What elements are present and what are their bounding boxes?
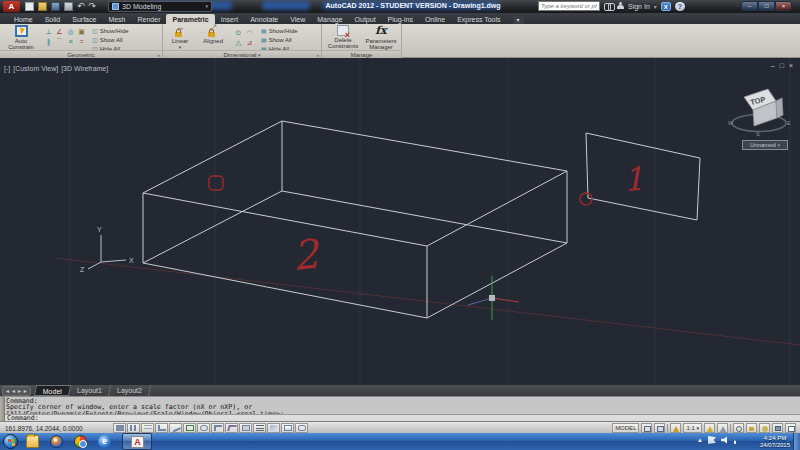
- annotation-scale-icon[interactable]: [670, 423, 681, 433]
- tab-layout1[interactable]: Layout1: [69, 385, 111, 396]
- volume-icon[interactable]: [721, 436, 729, 444]
- compass-south-label[interactable]: S: [756, 131, 760, 137]
- tab-parametric[interactable]: Parametric: [166, 14, 214, 24]
- tab-manage[interactable]: Manage: [311, 14, 348, 24]
- polar-tracking-toggle[interactable]: [169, 423, 182, 433]
- viewcube[interactable]: TOP W S E: [726, 78, 792, 140]
- auto-constrain-button[interactable]: Auto Constrain: [2, 25, 40, 50]
- doc-close-icon[interactable]: ×: [789, 62, 793, 69]
- tangent-constraint-icon[interactable]: ⌒: [54, 37, 65, 47]
- quick-properties-toggle[interactable]: [281, 423, 294, 433]
- maximize-button[interactable]: □: [758, 1, 775, 11]
- clean-screen-icon[interactable]: [785, 423, 796, 433]
- drawing-area[interactable]: [-] [Custom View] [3D Wireframe] – □ × T…: [0, 58, 800, 385]
- search-icon[interactable]: [604, 2, 613, 10]
- tab-view[interactable]: View: [284, 14, 311, 24]
- prev-tab-icon[interactable]: ◄: [11, 387, 16, 395]
- lineweight-toggle[interactable]: [253, 423, 266, 433]
- tab-mesh[interactable]: Mesh: [102, 14, 131, 24]
- viewcube-coordinate-system-button[interactable]: Unnamed ▾: [742, 140, 788, 150]
- plane-number-label[interactable]: 1: [622, 160, 645, 199]
- concentric-constraint-icon[interactable]: ◎: [65, 27, 76, 37]
- ribbon-options-icon[interactable]: ▾: [513, 14, 524, 24]
- help-icon[interactable]: ?: [675, 2, 685, 11]
- infer-constraints-toggle[interactable]: [113, 423, 126, 433]
- minimize-button[interactable]: –: [741, 1, 758, 11]
- close-button[interactable]: ×: [775, 1, 792, 11]
- perpendicular-constraint-icon[interactable]: ⊥: [43, 27, 54, 37]
- angular-dimension-icon[interactable]: △: [233, 38, 244, 48]
- toolbar-lock-icon[interactable]: [746, 423, 757, 433]
- doc-minimize-icon[interactable]: –: [771, 62, 775, 69]
- object-snap-toggle[interactable]: [183, 423, 196, 433]
- panel-label-dimensional[interactable]: Dimensional ▾ »: [163, 50, 321, 58]
- command-window[interactable]: Command: Specify corner of window, enter…: [0, 396, 800, 421]
- grid-display-toggle[interactable]: [141, 423, 154, 433]
- quick-view-layouts-icon[interactable]: [641, 423, 652, 433]
- tab-surface[interactable]: Surface: [66, 14, 102, 24]
- red-circle-marker[interactable]: [580, 193, 592, 205]
- chrome-icon[interactable]: [74, 435, 87, 448]
- viewport-menu-control[interactable]: [-]: [4, 65, 10, 72]
- sign-in-button[interactable]: Sign In: [628, 3, 650, 10]
- linear-dimension-button[interactable]: ↔ Linear ▾: [166, 25, 194, 50]
- panel-label-geometric[interactable]: Geometric »: [0, 50, 162, 58]
- doc-restore-icon[interactable]: □: [780, 62, 784, 69]
- red-annotations[interactable]: [209, 176, 592, 205]
- annotation-scale-value[interactable]: 1:1 ▾: [683, 423, 702, 433]
- start-button[interactable]: [3, 434, 18, 449]
- tab-layout2[interactable]: Layout2: [109, 385, 151, 396]
- tab-express-tools[interactable]: Express Tools: [451, 14, 506, 24]
- tray-expand-icon[interactable]: ▲: [697, 437, 703, 443]
- show-all-button[interactable]: ▤ Show All: [261, 35, 298, 44]
- plot-icon[interactable]: [64, 2, 73, 11]
- 3d-object-snap-toggle[interactable]: [197, 423, 210, 433]
- action-center-icon[interactable]: [708, 436, 716, 444]
- show-all-button[interactable]: ◫ Show All: [92, 35, 129, 44]
- tab-annotate[interactable]: Annotate: [244, 14, 284, 24]
- dynamic-ucs-toggle[interactable]: [225, 423, 238, 433]
- redo-icon[interactable]: ↷: [89, 2, 97, 11]
- network-icon[interactable]: [734, 436, 742, 444]
- selection-cycling-toggle[interactable]: [295, 423, 308, 433]
- tab-model[interactable]: Model: [34, 385, 71, 396]
- annotation-visibility-icon[interactable]: [704, 423, 715, 433]
- tab-render[interactable]: Render: [132, 14, 167, 24]
- dynamic-input-toggle[interactable]: [239, 423, 252, 433]
- taskbar-clock[interactable]: 4:24 PM 24/07/2015: [760, 435, 790, 448]
- first-tab-icon[interactable]: ◄: [5, 387, 10, 395]
- compass-east-label[interactable]: E: [787, 120, 791, 126]
- internet-explorer-icon[interactable]: e: [98, 435, 111, 448]
- panel-label-manage[interactable]: Manage: [322, 50, 401, 58]
- model-space-button[interactable]: MODEL: [612, 423, 639, 433]
- box-number-label[interactable]: 2: [290, 230, 323, 279]
- workspace-selector[interactable]: 3D Modeling ▾: [108, 1, 212, 12]
- open-icon[interactable]: [38, 2, 47, 11]
- chevron-down-icon[interactable]: ▾: [654, 3, 657, 10]
- tab-home[interactable]: Home: [8, 14, 39, 24]
- model-space[interactable]: Y X Z 2 1: [0, 58, 800, 385]
- undo-icon[interactable]: ↶: [77, 2, 85, 11]
- new-icon[interactable]: [25, 2, 34, 11]
- diameter-dimension-icon[interactable]: ⊙: [233, 28, 244, 38]
- tab-online[interactable]: Online: [419, 14, 451, 24]
- search-input[interactable]: [538, 1, 600, 11]
- show-desktop-button[interactable]: [793, 433, 800, 450]
- viewcube-right-face[interactable]: [776, 98, 783, 118]
- transparency-toggle[interactable]: [267, 423, 280, 433]
- parallel-constraint-icon[interactable]: ∥: [43, 37, 54, 47]
- view-control[interactable]: [Custom View]: [13, 65, 58, 72]
- autoscale-icon[interactable]: [717, 423, 728, 433]
- object-snap-tracking-toggle[interactable]: [211, 423, 224, 433]
- workspace-switching-icon[interactable]: [733, 423, 744, 433]
- file-explorer-icon[interactable]: [26, 435, 39, 448]
- snap-mode-toggle[interactable]: [127, 423, 140, 433]
- compass-west-label[interactable]: W: [728, 120, 734, 126]
- red-square-marker[interactable]: [209, 176, 223, 190]
- visual-style-control[interactable]: [3D Wireframe]: [61, 65, 108, 72]
- autocad-taskbar-button[interactable]: A: [122, 433, 152, 450]
- equal-constraint-icon[interactable]: =: [76, 37, 87, 47]
- aligned-dimension-button[interactable]: ⤢ Aligned: [197, 25, 229, 44]
- last-tab-icon[interactable]: ►: [23, 387, 28, 395]
- wireframe-box[interactable]: [143, 121, 567, 318]
